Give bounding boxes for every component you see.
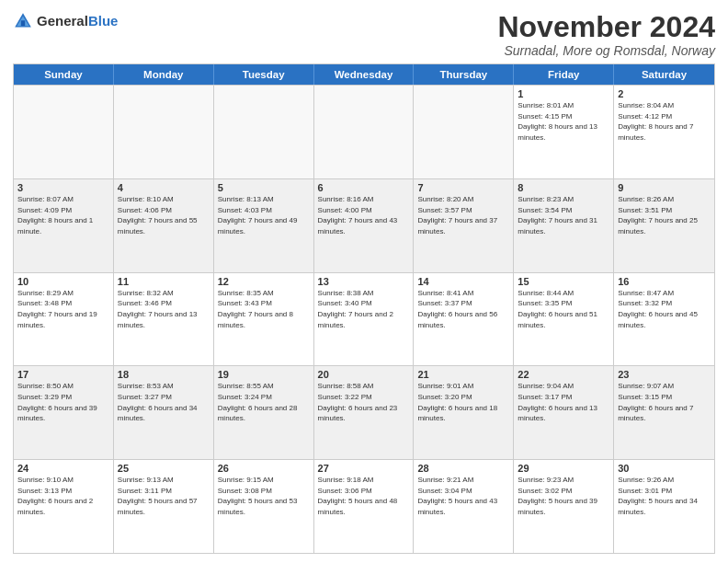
day-info: Sunrise: 9:21 AM Sunset: 3:04 PM Dayligh… [417,475,509,517]
calendar-row-5: 24Sunrise: 9:10 AM Sunset: 3:13 PM Dayli… [14,459,714,553]
calendar-cell: 15Sunrise: 8:44 AM Sunset: 3:35 PM Dayli… [514,273,614,366]
calendar-cell: 17Sunrise: 8:50 AM Sunset: 3:29 PM Dayli… [14,366,114,459]
day-info: Sunrise: 9:10 AM Sunset: 3:13 PM Dayligh… [17,475,109,517]
day-number: 3 [17,182,109,193]
calendar-cell: 10Sunrise: 8:29 AM Sunset: 3:48 PM Dayli… [14,273,114,366]
weekday-header-tuesday: Tuesday [214,64,314,85]
day-number: 15 [518,276,609,287]
day-number: 26 [218,463,310,474]
calendar-cell: 27Sunrise: 9:18 AM Sunset: 3:06 PM Dayli… [314,460,415,553]
day-info: Sunrise: 9:13 AM Sunset: 3:11 PM Dayligh… [118,475,210,517]
calendar-row-1: 1Sunrise: 8:01 AM Sunset: 4:15 PM Daylig… [14,85,714,178]
calendar: SundayMondayTuesdayWednesdayThursdayFrid… [13,63,715,554]
logo-icon [13,11,33,31]
day-number: 14 [417,276,509,287]
day-info: Sunrise: 8:53 AM Sunset: 3:27 PM Dayligh… [118,381,210,423]
top-section: GeneralBlue November 2024 Surnadal, More… [13,11,715,58]
day-number: 29 [518,463,609,474]
calendar-cell: 11Sunrise: 8:32 AM Sunset: 3:46 PM Dayli… [114,273,214,366]
day-number: 20 [318,369,410,380]
calendar-cell: 12Sunrise: 8:35 AM Sunset: 3:43 PM Dayli… [214,273,314,366]
svg-rect-2 [21,20,25,26]
calendar-cell: 9Sunrise: 8:26 AM Sunset: 3:51 PM Daylig… [614,179,714,272]
day-number: 25 [118,463,210,474]
calendar-cell: 5Sunrise: 8:13 AM Sunset: 4:03 PM Daylig… [214,179,314,272]
day-number: 30 [618,463,711,474]
day-number: 19 [218,369,310,380]
day-info: Sunrise: 8:44 AM Sunset: 3:35 PM Dayligh… [518,288,609,330]
day-info: Sunrise: 8:47 AM Sunset: 3:32 PM Dayligh… [618,288,711,330]
day-info: Sunrise: 8:29 AM Sunset: 3:48 PM Dayligh… [17,288,109,330]
day-number: 22 [518,369,609,380]
day-number: 5 [218,182,310,193]
day-info: Sunrise: 8:16 AM Sunset: 4:00 PM Dayligh… [318,194,410,236]
calendar-cell [214,86,314,178]
weekday-header-thursday: Thursday [414,64,514,85]
day-info: Sunrise: 8:23 AM Sunset: 3:54 PM Dayligh… [518,194,609,236]
logo-area: GeneralBlue [13,11,118,31]
day-number: 1 [518,88,609,99]
day-info: Sunrise: 8:10 AM Sunset: 4:06 PM Dayligh… [118,194,210,236]
calendar-cell: 13Sunrise: 8:38 AM Sunset: 3:40 PM Dayli… [314,273,415,366]
day-number: 8 [518,182,609,193]
day-info: Sunrise: 8:01 AM Sunset: 4:15 PM Dayligh… [518,100,609,143]
day-number: 10 [17,276,109,287]
calendar-cell: 2Sunrise: 8:04 AM Sunset: 4:12 PM Daylig… [614,86,714,178]
weekday-header-friday: Friday [514,64,614,85]
calendar-cell: 6Sunrise: 8:16 AM Sunset: 4:00 PM Daylig… [314,179,415,272]
day-number: 17 [17,369,109,380]
calendar-cell [14,86,114,178]
calendar-cell: 29Sunrise: 9:23 AM Sunset: 3:02 PM Dayli… [514,460,614,553]
day-info: Sunrise: 9:23 AM Sunset: 3:02 PM Dayligh… [518,475,609,517]
day-number: 24 [17,463,109,474]
calendar-cell: 30Sunrise: 9:26 AM Sunset: 3:01 PM Dayli… [614,460,714,553]
calendar-cell: 4Sunrise: 8:10 AM Sunset: 4:06 PM Daylig… [114,179,214,272]
weekday-header-sunday: Sunday [14,64,114,85]
calendar-cell: 23Sunrise: 9:07 AM Sunset: 3:15 PM Dayli… [614,366,714,459]
calendar-cell: 22Sunrise: 9:04 AM Sunset: 3:17 PM Dayli… [514,366,614,459]
calendar-cell: 26Sunrise: 9:15 AM Sunset: 3:08 PM Dayli… [214,460,314,553]
day-info: Sunrise: 8:58 AM Sunset: 3:22 PM Dayligh… [318,381,410,423]
day-info: Sunrise: 9:15 AM Sunset: 3:08 PM Dayligh… [218,475,310,517]
calendar-cell: 21Sunrise: 9:01 AM Sunset: 3:20 PM Dayli… [414,366,514,459]
day-number: 11 [118,276,210,287]
calendar-cell: 14Sunrise: 8:41 AM Sunset: 3:37 PM Dayli… [414,273,514,366]
weekday-header-saturday: Saturday [614,64,714,85]
day-info: Sunrise: 8:50 AM Sunset: 3:29 PM Dayligh… [17,381,109,423]
day-info: Sunrise: 8:32 AM Sunset: 3:46 PM Dayligh… [118,288,210,330]
calendar-cell: 16Sunrise: 8:47 AM Sunset: 3:32 PM Dayli… [614,273,714,366]
day-number: 9 [618,182,711,193]
calendar-row-2: 3Sunrise: 8:07 AM Sunset: 4:09 PM Daylig… [14,178,714,272]
day-number: 7 [417,182,509,193]
day-info: Sunrise: 8:20 AM Sunset: 3:57 PM Dayligh… [417,194,509,236]
calendar-cell [114,86,214,178]
day-number: 21 [417,369,509,380]
calendar-cell: 3Sunrise: 8:07 AM Sunset: 4:09 PM Daylig… [14,179,114,272]
day-info: Sunrise: 9:01 AM Sunset: 3:20 PM Dayligh… [417,381,509,423]
day-info: Sunrise: 8:38 AM Sunset: 3:40 PM Dayligh… [318,288,410,330]
day-info: Sunrise: 8:26 AM Sunset: 3:51 PM Dayligh… [618,194,711,236]
calendar-header: SundayMondayTuesdayWednesdayThursdayFrid… [14,64,714,85]
calendar-body: 1Sunrise: 8:01 AM Sunset: 4:15 PM Daylig… [14,85,714,553]
calendar-cell: 20Sunrise: 8:58 AM Sunset: 3:22 PM Dayli… [314,366,415,459]
day-info: Sunrise: 8:07 AM Sunset: 4:09 PM Dayligh… [17,194,109,236]
month-title: November 2024 [497,11,715,43]
weekday-header-wednesday: Wednesday [314,64,415,85]
calendar-cell: 8Sunrise: 8:23 AM Sunset: 3:54 PM Daylig… [514,179,614,272]
logo-blue: Blue [88,13,119,29]
calendar-row-4: 17Sunrise: 8:50 AM Sunset: 3:29 PM Dayli… [14,365,714,459]
day-number: 12 [218,276,310,287]
day-info: Sunrise: 9:07 AM Sunset: 3:15 PM Dayligh… [618,381,711,423]
day-info: Sunrise: 9:04 AM Sunset: 3:17 PM Dayligh… [518,381,609,423]
day-info: Sunrise: 8:04 AM Sunset: 4:12 PM Dayligh… [618,100,711,143]
day-number: 23 [618,369,711,380]
calendar-cell [314,86,415,178]
calendar-cell: 18Sunrise: 8:53 AM Sunset: 3:27 PM Dayli… [114,366,214,459]
calendar-cell: 25Sunrise: 9:13 AM Sunset: 3:11 PM Dayli… [114,460,214,553]
calendar-cell: 24Sunrise: 9:10 AM Sunset: 3:13 PM Dayli… [14,460,114,553]
day-number: 18 [118,369,210,380]
day-number: 13 [318,276,410,287]
day-info: Sunrise: 8:35 AM Sunset: 3:43 PM Dayligh… [218,288,310,330]
day-info: Sunrise: 8:41 AM Sunset: 3:37 PM Dayligh… [417,288,509,330]
location-subtitle: Surnadal, More og Romsdal, Norway [497,43,715,58]
